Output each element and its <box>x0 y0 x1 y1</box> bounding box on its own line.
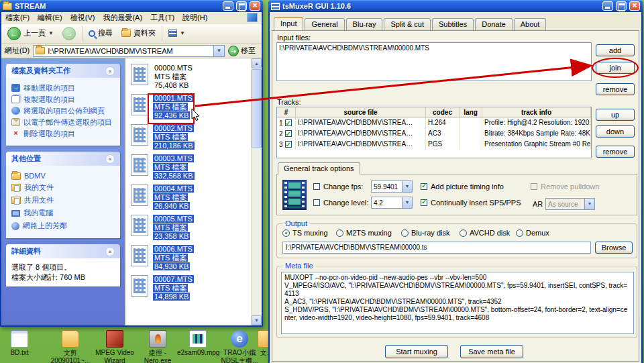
place-bdmv[interactable]: BDMV <box>11 172 115 180</box>
change-fps-checkbox[interactable]: Change fps: <box>313 183 363 191</box>
search-button[interactable]: 搜尋 <box>86 27 115 40</box>
track-checkbox[interactable] <box>285 141 292 148</box>
track-down-button[interactable]: down <box>596 125 635 138</box>
desktop-icon-nero[interactable]: 捷徑 - Nero.exe <box>137 330 178 363</box>
track-row-2[interactable]: 2 I:\PRIVATEA\AVCHD\BDMV\STREA… AC3 Bitr… <box>277 128 591 139</box>
file-item-00004[interactable]: 00004.MTS MTS 檔案 26,940 KB <box>128 183 260 213</box>
chevron-down-icon[interactable]: ▼ <box>402 197 412 208</box>
fps-combo[interactable]: 59.9401 ▼ <box>371 180 413 193</box>
desktop-icon-folder[interactable]: 文剪 20090101~... <box>50 330 91 363</box>
radio-avchd-disk[interactable]: AVCHD disk <box>460 229 510 237</box>
save-meta-file-button[interactable]: Save meta file <box>460 345 523 358</box>
place-my-computer[interactable]: 我的電腦 <box>11 208 115 218</box>
ar-combo[interactable]: As source ▼ <box>545 198 595 210</box>
vertical-scrollbar[interactable]: ▲ ▼ <box>251 58 262 325</box>
other-places-header[interactable]: 其他位置 « <box>6 152 120 166</box>
radio-icon[interactable] <box>401 229 409 237</box>
file-tasks-header[interactable]: 檔案及資料夾工作 « <box>6 64 120 78</box>
track-checkbox[interactable] <box>285 130 292 137</box>
output-path-input[interactable]: I:\PRIVATEA\AVCHD\BDMV\STREAM\00000.ts <box>282 242 591 254</box>
details-header[interactable]: 詳細資料 « <box>6 244 120 258</box>
desktop-icon-mpg[interactable]: e2sam09.mpg <box>177 330 219 357</box>
radio-icon[interactable] <box>282 229 290 237</box>
go-button[interactable]: ➝ 移至 <box>228 46 258 56</box>
menu-file[interactable]: 檔案(F) <box>5 13 30 23</box>
tab-subtitles[interactable]: Subtitles <box>432 18 474 30</box>
radio-ts-muxing[interactable]: TS muxing <box>282 229 328 237</box>
browse-button[interactable]: Browse <box>595 242 633 254</box>
task-email[interactable]: 以電子郵件傳送選取的項目 <box>11 118 115 127</box>
menu-view[interactable]: 檢視(V) <box>70 13 95 23</box>
collapse-icon[interactable]: « <box>105 154 115 164</box>
radio-bluray-disk[interactable]: Blu-ray disk <box>401 229 449 237</box>
forward-button[interactable]: → <box>60 25 78 42</box>
meta-file-textarea[interactable]: MUXOPT --no-pcr-on-video-pid --new-audio… <box>281 272 634 334</box>
scroll-down-button[interactable]: ▼ <box>252 315 262 325</box>
maximize-button[interactable] <box>616 1 627 11</box>
chevron-down-icon[interactable]: ▼ <box>402 181 412 192</box>
radio-icon[interactable] <box>516 229 523 237</box>
task-copy[interactable]: 複製選取的項目 <box>11 95 115 104</box>
collapse-icon[interactable]: « <box>105 66 115 76</box>
menu-help[interactable]: 說明(H) <box>182 13 207 23</box>
back-button[interactable]: ← 上一頁 ▼ <box>5 25 56 42</box>
general-track-options-tab[interactable]: General track options <box>278 162 360 174</box>
input-files-list[interactable]: I:\PRIVATEA\AVCHD\BDMV\STREAM\00000.MTS <box>276 42 592 81</box>
tracks-table[interactable]: # source file codec lang track info 1 I:… <box>276 107 592 158</box>
file-item-00006[interactable]: 00006.MTS MTS 檔案 84,930 KB <box>128 244 260 274</box>
task-publish[interactable]: 將選取的項目公佈到網頁 <box>11 107 115 115</box>
collapse-icon[interactable]: « <box>105 247 115 256</box>
radio-icon[interactable] <box>460 229 467 237</box>
folders-button[interactable]: 資料夾 <box>119 27 158 40</box>
desktop-icon-mpeg-wizard[interactable]: MPEG Video Wizard <box>94 330 136 363</box>
add-picture-timing-checkbox[interactable]: Add picture timing info <box>421 183 504 191</box>
task-delete[interactable]: × 刪除選取的項目 <box>11 129 115 138</box>
radio-m2ts-muxing[interactable]: M2TS muxing <box>336 229 392 237</box>
tab-donate[interactable]: Donate <box>475 18 512 30</box>
tab-bluray[interactable]: Blu-ray <box>346 18 383 30</box>
maximize-button[interactable] <box>236 1 247 11</box>
track-row-1[interactable]: 1 I:\PRIVATEA\AVCHD\BDMV\STREA… H.264 Pr… <box>277 117 591 128</box>
level-combo[interactable]: 4.2 ▼ <box>371 197 413 209</box>
menu-favorites[interactable]: 我的最愛(A) <box>103 13 142 23</box>
remove-pulldown-checkbox[interactable]: Remove pulldown <box>531 183 599 191</box>
explorer-titlebar[interactable]: STREAM <box>0 0 263 12</box>
tab-about[interactable]: About <box>514 18 547 30</box>
close-button[interactable] <box>629 1 640 11</box>
menu-tools[interactable]: 工具(T) <box>150 13 174 23</box>
track-checkbox[interactable] <box>285 119 292 126</box>
change-level-checkbox[interactable]: Change level: <box>313 199 368 207</box>
task-move[interactable]: → 移動選取的項目 <box>11 84 115 93</box>
file-item-00000[interactable]: 00000.MTS MTS 檔案 75,408 KB <box>128 62 260 93</box>
checkbox-icon[interactable] <box>421 183 427 190</box>
start-muxing-button[interactable]: Start muxing <box>385 345 448 358</box>
remove-input-button[interactable]: remove <box>596 83 635 95</box>
track-up-button[interactable]: up <box>596 109 635 121</box>
checkbox-icon[interactable] <box>421 199 427 206</box>
radio-demux[interactable]: Demux <box>516 229 549 237</box>
file-item-00002[interactable]: 00002.MTS MTS 檔案 210,186 KB <box>128 123 260 153</box>
join-button[interactable]: join <box>596 62 635 74</box>
checkbox-icon[interactable] <box>313 199 320 206</box>
track-row-3[interactable]: 3 I:\PRIVATEA\AVCHD\BDMV\STREA… PGS Pres… <box>277 139 591 150</box>
file-item-00003[interactable]: 00003.MTS MTS 檔案 332,568 KB <box>128 153 260 183</box>
tab-input[interactable]: Input <box>274 17 303 30</box>
views-button[interactable]: ▼ <box>166 28 188 38</box>
input-file-item[interactable]: I:\PRIVATEA\AVCHD\BDMV\STREAM\00000.MTS <box>279 44 589 52</box>
place-my-documents[interactable]: 我的文件 <box>11 183 115 193</box>
file-item-00005[interactable]: 00005.MTS MTS 檔案 23,358 KB <box>128 213 260 244</box>
menu-edit[interactable]: 編輯(E) <box>38 13 62 23</box>
place-network[interactable]: 網路上的芳鄰 <box>11 221 115 231</box>
checkbox-icon[interactable] <box>313 183 320 190</box>
file-item-00001[interactable]: 00001.MTS MTS 檔案 92,436 KB <box>128 93 260 123</box>
scroll-up-button[interactable]: ▲ <box>252 58 262 68</box>
track-remove-button[interactable]: remove <box>596 146 635 158</box>
add-button[interactable]: add <box>596 44 635 56</box>
close-button[interactable] <box>250 1 260 11</box>
place-shared-documents[interactable]: 共用文件 <box>11 195 115 205</box>
minimize-button[interactable] <box>602 1 613 11</box>
tab-split-cut[interactable]: Split & cut <box>384 18 431 30</box>
radio-icon[interactable] <box>336 229 343 237</box>
file-item-00007[interactable]: 00007.MTS MTS 檔案 14,898 KB <box>128 274 260 304</box>
scrollbar-thumb[interactable] <box>252 69 262 148</box>
